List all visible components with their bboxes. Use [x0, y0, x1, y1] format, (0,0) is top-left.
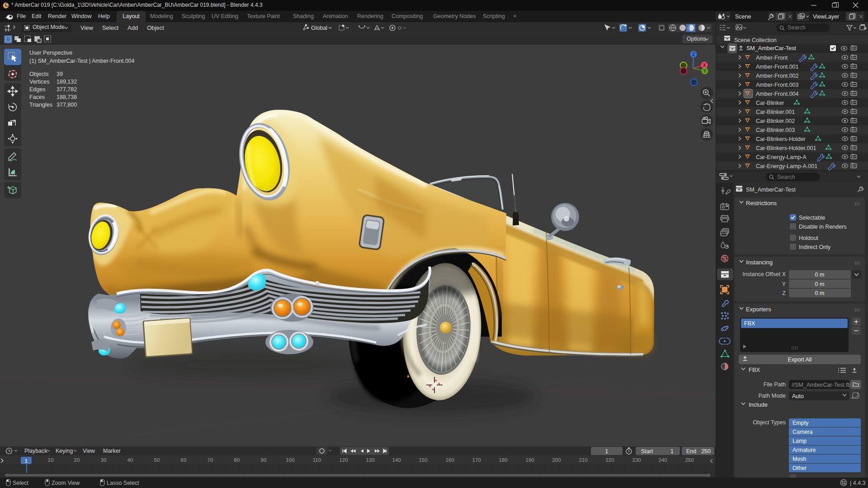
svg-text:Armature: Armature [793, 447, 816, 453]
svg-text:160: 160 [445, 457, 454, 463]
svg-text:20: 20 [74, 457, 80, 463]
svg-text:Exporters: Exporters [746, 306, 771, 313]
svg-text:130: 130 [366, 457, 374, 463]
svg-text:60: 60 [181, 457, 187, 463]
svg-text:Car-Blinkers-Holder.001: Car-Blinkers-Holder.001 [756, 145, 816, 151]
svg-text:Car-Energy-Lamp-A.001: Car-Energy-Lamp-A.001 [756, 163, 817, 169]
svg-text:Amber-Front.002: Amber-Front.002 [756, 73, 799, 79]
svg-text:Indirect Only: Indirect Only [799, 244, 831, 250]
svg-text:Global: Global [311, 25, 327, 31]
svg-text:File Path: File Path [764, 381, 786, 388]
svg-text:Mesh: Mesh [793, 456, 807, 462]
svg-text:Amber-Front: Amber-Front [756, 55, 788, 61]
svg-text:250: 250 [701, 448, 711, 455]
svg-text:150: 150 [419, 457, 427, 463]
svg-text:FBX: FBX [744, 320, 755, 327]
svg-text:Car-Blinker.001: Car-Blinker.001 [756, 109, 795, 115]
svg-text:Search: Search [777, 174, 795, 180]
svg-text:Camera: Camera [793, 429, 813, 435]
svg-text:100: 100 [286, 457, 294, 463]
svg-text:30: 30 [101, 457, 107, 463]
svg-text:Car-Blinker.003: Car-Blinker.003 [756, 127, 795, 133]
svg-text://SM_AmberCar-Test.fb: //SM_AmberCar-Test.fb [792, 382, 851, 388]
svg-text:50: 50 [154, 457, 160, 463]
svg-text:170: 170 [472, 457, 481, 463]
svg-text:90: 90 [261, 457, 267, 463]
svg-text:0 m: 0 m [815, 281, 825, 287]
svg-text:Object Types: Object Types [753, 419, 786, 426]
svg-text:200: 200 [552, 457, 561, 463]
svg-text:Instancing: Instancing [746, 259, 773, 266]
svg-text:120: 120 [339, 457, 348, 463]
svg-text:70: 70 [208, 457, 213, 463]
svg-text:FBX: FBX [749, 366, 760, 373]
svg-text:Car-Energy-Lamp-A: Car-Energy-Lamp-A [756, 154, 807, 160]
svg-text:Selectable: Selectable [799, 215, 825, 221]
svg-text:180: 180 [499, 457, 507, 463]
svg-text:Keying: Keying [56, 448, 73, 454]
svg-text:Y: Y [782, 281, 786, 287]
svg-text:Amber-Front.004: Amber-Front.004 [756, 91, 799, 97]
svg-text:10: 10 [48, 457, 54, 463]
svg-text:Select: Select [13, 480, 28, 486]
svg-text:Auto: Auto [792, 393, 804, 399]
svg-text:Car-Blinker.002: Car-Blinker.002 [756, 118, 795, 124]
svg-text:Playback: Playback [24, 448, 47, 454]
svg-text:1: 1 [605, 448, 609, 455]
svg-text:250: 250 [685, 457, 693, 463]
svg-text:Scene Collection: Scene Collection [734, 37, 777, 43]
svg-text:Restrictions: Restrictions [746, 200, 777, 206]
svg-text:Disable in Renders: Disable in Renders [799, 224, 847, 230]
svg-text:Zoom View: Zoom View [52, 480, 80, 486]
svg-text:Scene: Scene [735, 14, 751, 20]
svg-text:ViewLayer: ViewLayer [813, 14, 839, 20]
svg-text:0 m: 0 m [815, 290, 825, 296]
svg-text:0 m: 0 m [815, 272, 825, 278]
svg-text:Z: Z [782, 290, 786, 296]
svg-text:Marker: Marker [103, 448, 121, 454]
svg-text:80: 80 [234, 457, 240, 463]
svg-text:1: 1 [670, 448, 674, 455]
svg-text:40: 40 [127, 457, 133, 463]
svg-text:140: 140 [392, 457, 401, 463]
svg-text:View: View [83, 448, 95, 454]
svg-text:Other: Other [793, 465, 807, 471]
svg-text:Export All: Export All [788, 357, 812, 363]
svg-text:Lasso Select: Lasso Select [107, 480, 139, 486]
svg-text:Car-Blinkers-Holder: Car-Blinkers-Holder [756, 136, 806, 142]
svg-text:220: 220 [605, 457, 614, 463]
svg-text:190: 190 [525, 457, 534, 463]
svg-text:Holdout: Holdout [799, 235, 819, 241]
svg-text:210: 210 [579, 457, 587, 463]
svg-text:230: 230 [632, 457, 641, 463]
svg-text:Empty: Empty [793, 420, 809, 426]
svg-text:Path Mode: Path Mode [759, 393, 786, 399]
svg-text:Start: Start [641, 448, 653, 455]
svg-text:Include: Include [749, 401, 768, 408]
svg-text:Instance Offset X: Instance Offset X [742, 271, 786, 277]
svg-text:End: End [686, 448, 696, 455]
svg-text:240: 240 [658, 457, 667, 463]
svg-text:Lamp: Lamp [793, 438, 807, 444]
svg-text:| 4.4.3: | 4.4.3 [850, 480, 866, 486]
svg-text:110: 110 [313, 457, 321, 463]
svg-text:Amber-Front.003: Amber-Front.003 [756, 82, 799, 88]
svg-text:SM_AmberCar-Test: SM_AmberCar-Test [746, 187, 796, 193]
svg-text:Amber-Front.001: Amber-Front.001 [756, 64, 799, 70]
svg-text:Car-Blinker: Car-Blinker [756, 100, 784, 106]
svg-text:1: 1 [25, 458, 28, 464]
svg-text:SM_AmberCar-Test: SM_AmberCar-Test [746, 45, 796, 52]
